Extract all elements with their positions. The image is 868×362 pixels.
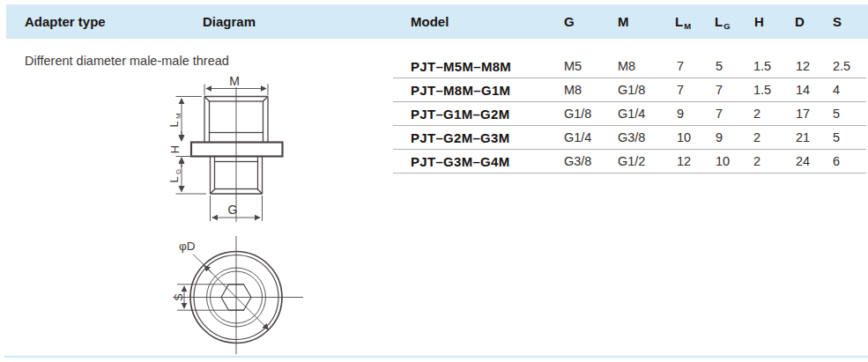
d-cell: 24 [796, 150, 810, 174]
label-m: M [229, 74, 240, 88]
model-cell: PJT–G3M–G4M [411, 150, 510, 174]
label-lg: L G [167, 169, 182, 183]
lg-cell: 5 [716, 55, 723, 78]
table-row: PJT–M5M–M8M M5 M8 7 5 1.5 12 2.5 [0, 55, 868, 78]
d-cell: 21 [796, 126, 810, 150]
model-cell: PJT–G2M–G3M [411, 126, 510, 150]
dim-line-d [193, 255, 269, 330]
d-cell: 14 [796, 78, 810, 102]
g-cell: G1/4 [564, 126, 591, 150]
flange-outline [191, 143, 283, 157]
lm-cell: 9 [677, 102, 684, 126]
m-cell: G3/8 [618, 126, 645, 150]
m-cell: M8 [618, 55, 635, 78]
h-cell: 1.5 [753, 78, 771, 102]
table-header: Adapter type Diagram Model G M LM LG H D… [6, 4, 868, 39]
s-cell: 2.5 [833, 55, 850, 78]
column-header-adapter-type: Adapter type [25, 4, 106, 39]
h-cell: 1.5 [753, 55, 771, 78]
lm-cell: 12 [677, 150, 691, 174]
column-header-lg: LG [715, 4, 730, 39]
s-cell: 5 [833, 102, 840, 126]
lm-cell: 7 [677, 78, 684, 102]
label-lg-main: L [167, 176, 181, 182]
g-cell: G1/8 [564, 102, 591, 126]
d-cell: 12 [796, 55, 810, 78]
label-lm-sub: M [174, 113, 182, 119]
lm-subscript: M [684, 21, 691, 31]
table-row: PJT–G1M–G2M G1/8 G1/4 9 7 2 17 5 [0, 102, 868, 126]
datasheet-page: Adapter type Diagram Model G M LM LG H D… [0, 0, 868, 362]
s-cell: 6 [833, 150, 840, 174]
label-h: H [168, 145, 182, 153]
h-cell: 2 [753, 102, 760, 126]
bottom-rule [4, 356, 868, 358]
g-cell: M8 [564, 78, 582, 102]
column-header-m: M [618, 4, 629, 39]
column-header-lm: LM [675, 4, 690, 39]
d-cell: 17 [796, 102, 810, 126]
column-header-h: H [754, 4, 764, 39]
table-row: PJT–G3M–G4M G3/8 G1/2 12 10 2 24 6 [0, 150, 868, 174]
lg-cell: 7 [716, 102, 723, 126]
g-cell: M5 [564, 55, 582, 78]
s-cell: 5 [833, 126, 840, 150]
adapter-diagram: M L M H L G G φD S [159, 70, 313, 362]
table-row: PJT–M8M–G1M M8 G1/8 7 7 1.5 14 4 [0, 78, 868, 102]
lm-main: L [675, 14, 683, 29]
h-cell: 2 [753, 150, 760, 174]
lm-cell: 10 [677, 126, 691, 150]
m-cell: G1/2 [618, 150, 645, 174]
label-lg-sub: G [174, 169, 182, 174]
lg-main: L [715, 14, 723, 29]
row-divider [393, 173, 866, 174]
label-phi-d: φD [179, 240, 196, 253]
column-header-s: S [833, 4, 842, 39]
label-lm-main: L [167, 121, 181, 127]
m-cell: G1/4 [618, 102, 645, 126]
column-header-diagram: Diagram [203, 4, 256, 39]
m-cell: G1/8 [618, 78, 645, 102]
label-lm: L M [167, 113, 182, 128]
lg-cell: 10 [716, 150, 730, 174]
lm-cell: 7 [677, 55, 684, 78]
dim-arrow-d-upper [204, 266, 211, 273]
label-g: G [228, 203, 238, 217]
model-cell: PJT–M5M–M8M [411, 55, 511, 78]
lg-subscript: G [723, 21, 730, 31]
g-cell: G3/8 [564, 150, 591, 174]
lg-cell: 7 [716, 78, 723, 102]
h-cell: 2 [753, 126, 760, 150]
label-s: S [172, 293, 185, 301]
column-header-model: Model [411, 4, 449, 39]
s-cell: 4 [833, 78, 840, 102]
table-row: PJT–G2M–G3M G1/4 G3/8 10 9 2 21 5 [0, 126, 868, 150]
lg-cell: 9 [716, 126, 723, 150]
model-cell: PJT–M8M–G1M [411, 78, 510, 102]
model-cell: PJT–G1M–G2M [411, 102, 510, 126]
column-header-g: G [564, 4, 575, 39]
column-header-d: D [795, 4, 805, 39]
